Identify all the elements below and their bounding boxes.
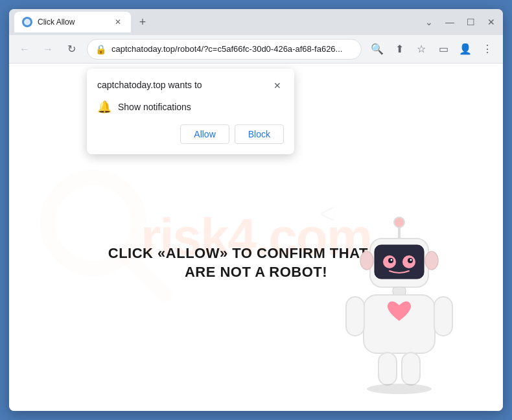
nav-actions: 🔍 ⬆ ☆ ▭ 👤 ⋮ <box>367 39 498 60</box>
menu-button[interactable]: ⋮ <box>477 39 498 60</box>
svg-rect-20 <box>402 353 420 385</box>
sidebar-button[interactable]: ▭ <box>433 39 454 60</box>
svg-point-21 <box>367 384 432 394</box>
notif-popup-title: captchatoday.top wants to <box>97 79 213 92</box>
svg-rect-16 <box>364 295 435 353</box>
active-tab[interactable]: Click Allow ✕ <box>14 12 131 32</box>
minimize-button[interactable]: — <box>443 16 456 29</box>
notif-permission-text: Show notifications <box>118 102 191 112</box>
svg-point-4 <box>394 217 404 228</box>
nav-bar: ← → ↻ 🔒 captchatoday.top/robot4/?c=c5af6… <box>9 35 503 64</box>
svg-rect-19 <box>378 353 397 385</box>
svg-point-12 <box>410 259 412 261</box>
bell-icon: 🔔 <box>97 100 111 114</box>
new-tab-button[interactable]: + <box>134 13 152 31</box>
notif-permission-row: 🔔 Show notifications <box>97 100 284 114</box>
svg-rect-6 <box>375 245 424 279</box>
block-button[interactable]: Block <box>235 124 284 144</box>
tab-favicon <box>22 17 32 27</box>
robot-container <box>334 214 464 398</box>
share-button[interactable]: ⬆ <box>389 39 410 60</box>
title-bar-controls: ⌄ — ☐ ✕ <box>423 16 498 29</box>
svg-point-11 <box>391 259 393 261</box>
allow-button[interactable]: Allow <box>180 124 229 144</box>
browser-window: Click Allow ✕ + ⌄ — ☐ ✕ ← → ↻ 🔒 captchat… <box>9 9 503 411</box>
svg-rect-18 <box>434 297 452 336</box>
refresh-button[interactable]: ↻ <box>61 39 82 60</box>
speech-bubble-tail <box>321 207 334 220</box>
notif-close-button[interactable]: ✕ <box>271 79 284 92</box>
search-button[interactable]: 🔍 <box>367 39 388 60</box>
page-content: risk4.com captchatoday.top wants to ✕ 🔔 … <box>9 64 503 411</box>
profile-button[interactable]: 👤 <box>455 39 476 60</box>
title-bar: Click Allow ✕ + ⌄ — ☐ ✕ <box>9 9 503 35</box>
svg-point-0 <box>24 19 30 25</box>
svg-point-14 <box>425 251 438 270</box>
notif-buttons: Allow Block <box>97 124 284 144</box>
tab-title: Click Allow <box>38 18 108 27</box>
title-bar-chevron-icon[interactable]: ⌄ <box>423 16 436 29</box>
url-text: captchatoday.top/robot4/?c=c5af66fc-30d0… <box>111 44 353 54</box>
robot-svg <box>334 214 464 395</box>
tab-bar: Click Allow ✕ + <box>14 12 420 32</box>
tab-close-button[interactable]: ✕ <box>113 17 123 27</box>
svg-rect-15 <box>393 287 406 295</box>
forward-button[interactable]: → <box>38 39 58 60</box>
robot-illustration <box>334 214 464 398</box>
address-bar[interactable]: 🔒 captchatoday.top/robot4/?c=c5af66fc-30… <box>87 39 362 60</box>
close-button[interactable]: ✕ <box>485 16 498 29</box>
notification-popup: captchatoday.top wants to ✕ 🔔 Show notif… <box>87 69 294 154</box>
back-button[interactable]: ← <box>14 39 35 60</box>
bookmark-button[interactable]: ☆ <box>411 39 432 60</box>
svg-rect-17 <box>346 297 364 336</box>
svg-point-13 <box>360 251 373 270</box>
maximize-button[interactable]: ☐ <box>464 16 477 29</box>
lock-icon: 🔒 <box>95 44 106 54</box>
notif-popup-header: captchatoday.top wants to ✕ <box>97 79 284 92</box>
